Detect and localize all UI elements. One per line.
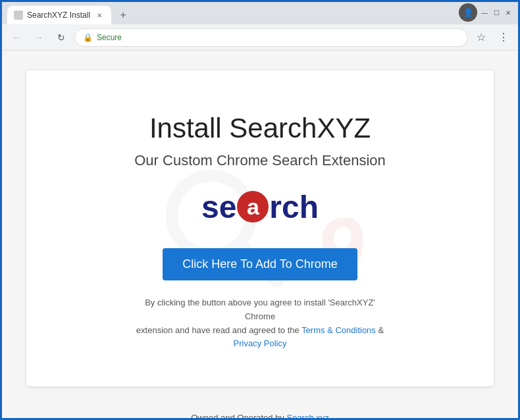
logo-text: se a rch (201, 189, 319, 225)
secure-label: Secure (97, 33, 122, 42)
disclaimer-line1: By clicking the button above you agree t… (145, 298, 375, 321)
footer-text: Owned and Operated by (191, 413, 284, 418)
browser-tab[interactable]: SearchXYZ Install ✕ (7, 6, 111, 24)
nav-bar: ← → ↻ 🔒 Secure ☆ ⋮ (2, 24, 518, 51)
minimize-button[interactable]: — (480, 8, 489, 17)
tab-title: SearchXYZ Install (27, 11, 90, 20)
footer-link[interactable]: Search.xyz (286, 413, 328, 418)
bookmark-button[interactable]: ☆ (472, 28, 490, 47)
page-subtitle: Our Custom Chrome Search Extension (134, 152, 386, 169)
browser-window: SearchXYZ Install ✕ + 👤 — ☐ ✕ ← → ↻ 🔒 Se… (0, 0, 520, 420)
window-controls: 👤 — ☐ ✕ (459, 3, 513, 24)
logo-before-a: se (201, 189, 236, 225)
profile-icon[interactable]: 👤 (459, 3, 477, 22)
forward-button[interactable]: → (30, 28, 48, 47)
tab-favicon (14, 11, 23, 20)
logo-after-a: rch (269, 189, 319, 225)
close-button[interactable]: ✕ (504, 8, 513, 17)
address-bar[interactable]: 🔒 Secure (74, 28, 468, 47)
privacy-policy-link[interactable]: Privacy Policy (234, 338, 287, 348)
logo-a-circle: a (237, 191, 269, 223)
content-card: 9 Install SearchXYZ Our Custom Chrome Se… (26, 70, 494, 386)
refresh-button[interactable]: ↻ (52, 28, 70, 47)
page-footer: Owned and Operated by Search.xyz (184, 406, 336, 418)
maximize-button[interactable]: ☐ (492, 8, 501, 17)
new-tab-button[interactable]: + (114, 6, 132, 24)
back-button[interactable]: ← (7, 28, 26, 47)
menu-button[interactable]: ⋮ (494, 28, 513, 47)
svg-rect-0 (14, 11, 22, 19)
add-to-chrome-button[interactable]: Click Here To Add To Chrome (163, 248, 357, 280)
disclaimer-line2: extension and have read and agreed to th… (136, 325, 299, 335)
secure-icon: 🔒 (83, 33, 93, 42)
title-bar: SearchXYZ Install ✕ + 👤 — ☐ ✕ (2, 2, 518, 24)
terms-link[interactable]: Terms & Conditions (301, 325, 376, 335)
search-logo: se a rch (201, 189, 319, 225)
page-main-title: Install SearchXYZ (149, 113, 371, 144)
tab-close-button[interactable]: ✕ (94, 10, 105, 20)
ampersand: & (378, 325, 384, 335)
page-content: 9 Install SearchXYZ Our Custom Chrome Se… (2, 51, 518, 418)
disclaimer-text: By clicking the button above you agree t… (135, 296, 385, 351)
